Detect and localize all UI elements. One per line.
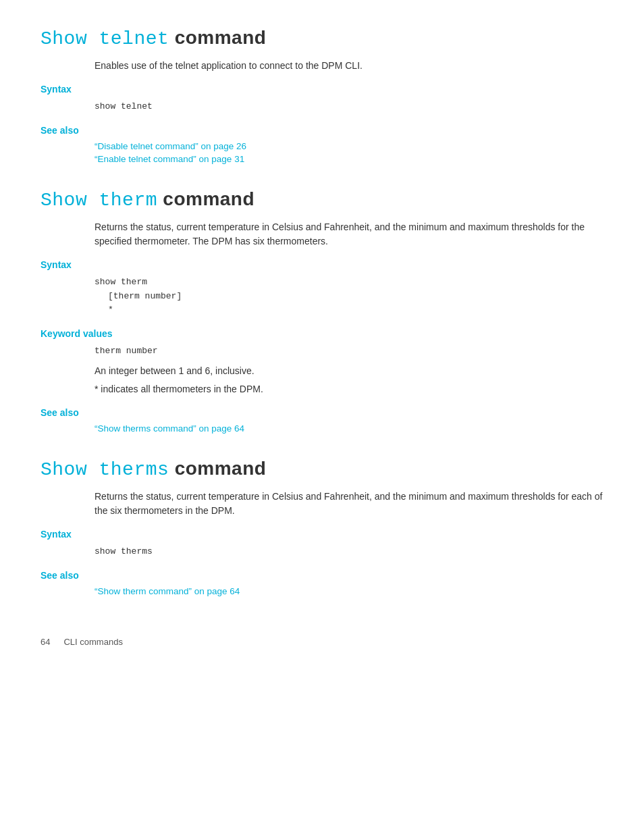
description-2: Returns the status, current temperature … <box>95 220 603 249</box>
seealso-links-3: “Show therm command” on page 64 <box>95 586 603 596</box>
syntax-label-2: Syntax <box>41 259 603 270</box>
seealso-label-1: See also <box>41 125 603 136</box>
syntax-code-1: show telnet <box>95 100 603 114</box>
page-footer: 64 CLI commands <box>41 637 603 647</box>
keyword-code-2: therm number <box>95 344 603 359</box>
seealso-link-3a[interactable]: “Show therm command” on page 64 <box>95 586 603 596</box>
keyword-label-2: Keyword values <box>41 328 603 339</box>
subsection-seealso-3: See also “Show therm command” on page 64 <box>41 570 603 596</box>
keyword-desc-2b: * indicates all thermometers in the DPM. <box>95 382 603 396</box>
seealso-links-2: “Show therms command” on page 64 <box>95 423 603 434</box>
syntax-code-2: show therm [therm number] * <box>95 276 603 317</box>
section-title-show-therm: Show therm command <box>41 188 603 211</box>
subsection-syntax-1: Syntax show telnet <box>41 84 603 114</box>
syntax-code-3: show therms <box>95 545 603 559</box>
title-mono-1: Show telnet <box>41 28 169 49</box>
syntax-line-2c: * <box>108 303 603 317</box>
keyword-desc-2a: An integer between 1 and 6, inclusive. <box>95 364 603 378</box>
section-show-therm: Show therm command Returns the status, c… <box>41 188 603 434</box>
title-mono-3: Show therms <box>41 459 169 480</box>
seealso-link-1b[interactable]: “Enable telnet command” on page 31 <box>95 154 603 164</box>
section-show-telnet: Show telnet command Enables use of the t… <box>41 27 603 164</box>
subsection-seealso-1: See also “Disable telnet command” on pag… <box>41 125 603 164</box>
seealso-label-2: See also <box>41 407 603 418</box>
section-show-therms: Show therms command Returns the status, … <box>41 458 603 596</box>
seealso-link-2a[interactable]: “Show therms command” on page 64 <box>95 423 603 434</box>
title-bold-1: command <box>175 27 267 48</box>
seealso-links-1: “Disable telnet command” on page 26 “Ena… <box>95 141 603 164</box>
syntax-label-3: Syntax <box>41 529 603 540</box>
title-mono-2: Show therm <box>41 190 157 211</box>
description-1: Enables use of the telnet application to… <box>95 59 603 73</box>
description-3: Returns the status, current temperature … <box>95 490 603 518</box>
subsection-syntax-2: Syntax show therm [therm number] * <box>41 259 603 317</box>
seealso-link-1a[interactable]: “Disable telnet command” on page 26 <box>95 141 603 151</box>
subsection-syntax-3: Syntax show therms <box>41 529 603 559</box>
section-title-show-therms: Show therms command <box>41 458 603 480</box>
subsection-seealso-2: See also “Show therms command” on page 6… <box>41 407 603 434</box>
footer-page-number: 64 <box>41 637 50 647</box>
seealso-label-3: See also <box>41 570 603 581</box>
title-bold-3: command <box>175 458 267 479</box>
section-title-show-telnet: Show telnet command <box>41 27 603 49</box>
subsection-keyword-2: Keyword values therm number An integer b… <box>41 328 603 396</box>
title-bold-2: command <box>163 188 254 209</box>
footer-label: CLI commands <box>63 637 122 647</box>
syntax-line-2a: show therm <box>95 276 603 290</box>
syntax-line-2b: [therm number] <box>108 290 603 304</box>
syntax-label-1: Syntax <box>41 84 603 95</box>
